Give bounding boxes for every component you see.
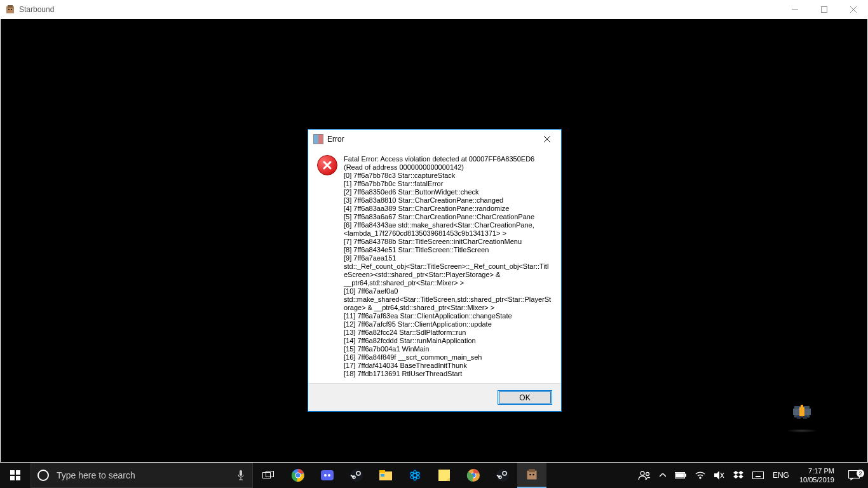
app-titlebar[interactable]: Starbound [0,0,868,19]
dialog-body: Fatal Error: Access violation detected a… [308,149,561,383]
clock-time: 7:17 PM [799,466,834,475]
svg-rect-5 [822,7,827,13]
svg-point-3 [11,9,12,10]
app-content: Error Fatal Error: Access violation dete… [1,19,867,462]
pinned-apps [283,463,546,488]
svg-rect-18 [10,470,15,475]
svg-point-57 [641,471,644,475]
app-icon [5,4,15,15]
svg-point-2 [8,9,10,10]
svg-point-56 [532,474,534,476]
system-tray: ENG 7:17 PM 10/05/2019 2 [634,463,868,488]
taskbar-app-starbound[interactable] [517,463,546,488]
svg-rect-22 [240,470,242,476]
svg-rect-10 [799,407,804,416]
dialog-titlebar[interactable]: Error [308,130,561,149]
wifi-icon[interactable] [691,471,710,479]
svg-marker-69 [738,475,743,478]
taskbar-app-steam-running[interactable] [488,463,517,488]
dialog-close-button[interactable] [534,130,560,148]
dialog-title: Error [327,135,344,144]
language-indicator[interactable]: ENG [768,471,794,480]
close-button[interactable] [839,0,868,19]
svg-marker-63 [714,471,719,480]
battery-icon[interactable] [670,472,691,478]
svg-rect-60 [685,474,686,477]
taskbar-app-sticky-notes[interactable] [430,463,459,488]
svg-marker-68 [733,475,738,478]
search-placeholder: Type here to search [57,470,237,480]
svg-point-49 [496,469,509,482]
clock-date: 10/05/2019 [799,475,834,484]
svg-rect-13 [803,416,807,419]
svg-rect-38 [379,470,385,473]
people-button[interactable] [634,470,655,480]
ok-button[interactable]: OK [498,390,552,405]
taskbar-app-explorer[interactable] [371,463,400,488]
volume-icon[interactable] [710,471,729,480]
svg-rect-11 [801,405,803,409]
maximize-button[interactable] [810,0,839,19]
sprite-shadow [786,429,818,433]
svg-point-40 [409,469,421,482]
taskbar: Type here to search [0,463,868,488]
svg-rect-54 [529,469,535,472]
svg-point-31 [324,474,327,477]
app-window: Starbound Error [0,0,868,463]
svg-rect-39 [381,474,384,477]
start-button[interactable] [0,463,31,488]
dialog-footer: OK [308,383,561,411]
svg-rect-25 [263,473,271,478]
svg-point-32 [328,474,330,477]
taskbar-app-chrome[interactable] [283,463,313,488]
cortana-icon [37,470,49,481]
taskbar-app-chrome-canary[interactable] [459,463,488,488]
search-box[interactable]: Type here to search [31,463,253,488]
clock[interactable]: 7:17 PM 10/05/2019 [794,466,840,484]
svg-point-33 [350,469,363,482]
svg-rect-19 [16,470,20,475]
taskbar-app-battlenet[interactable] [400,463,430,488]
action-center-button[interactable]: 2 [840,470,868,480]
minimize-button[interactable] [780,0,810,19]
keyboard-icon[interactable] [748,471,768,479]
error-icon [317,155,337,175]
app-title: Starbound [19,5,54,14]
svg-rect-20 [10,476,15,480]
svg-rect-12 [797,416,801,419]
error-dialog: Error Fatal Error: Access violation dete… [308,129,562,412]
mic-icon[interactable] [237,470,246,481]
dialog-app-icon [313,134,323,144]
error-message: Fatal Error: Access violation detected a… [344,155,552,378]
taskbar-app-steam[interactable] [342,463,371,488]
svg-rect-70 [752,472,763,479]
notification-badge: 2 [857,470,864,477]
ship-sprite [790,401,813,424]
svg-rect-30 [321,470,334,480]
tray-overflow-icon[interactable] [655,473,670,477]
svg-rect-1 [8,5,13,8]
dropbox-icon[interactable] [729,471,748,480]
svg-point-29 [296,473,301,478]
taskbar-app-discord[interactable] [313,463,342,488]
svg-marker-66 [733,471,738,475]
svg-point-62 [700,477,701,478]
svg-rect-26 [266,471,274,477]
svg-rect-21 [16,476,20,480]
svg-point-55 [529,474,531,476]
svg-point-58 [646,473,649,476]
svg-rect-61 [676,473,684,477]
svg-marker-67 [738,471,743,475]
task-view-button[interactable] [253,463,283,488]
